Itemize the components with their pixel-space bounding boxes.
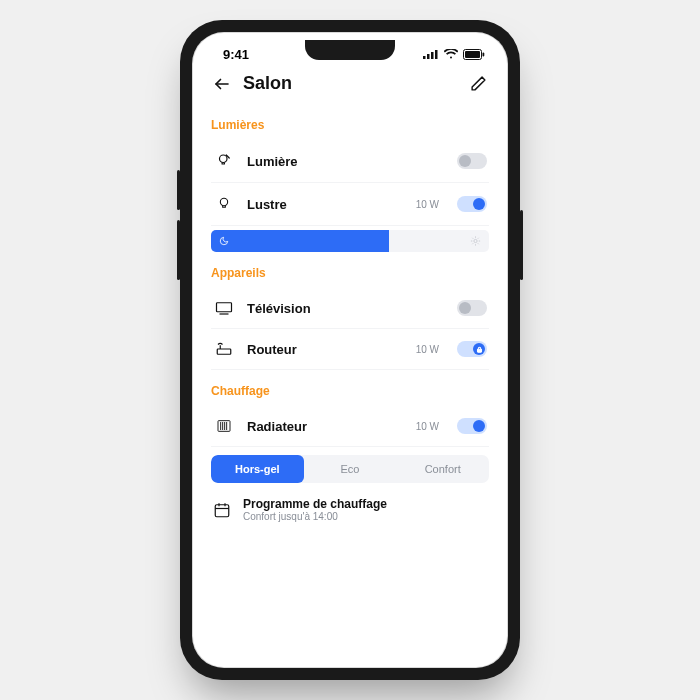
- svg-rect-28: [215, 504, 229, 516]
- svg-rect-0: [423, 56, 426, 59]
- toggle-radiateur[interactable]: [457, 418, 487, 434]
- moon-icon: [219, 236, 229, 246]
- brightness-slider[interactable]: [211, 230, 489, 252]
- calendar-icon: [213, 501, 231, 519]
- device-power: 10 W: [416, 421, 439, 432]
- svg-line-15: [472, 238, 473, 239]
- phone-frame: 9:41 Salon Lumières Lumière: [180, 20, 520, 680]
- section-title-lights: Lumières: [211, 118, 489, 132]
- device-row-television[interactable]: Télévision: [211, 288, 489, 329]
- device-power: 10 W: [416, 199, 439, 210]
- back-icon[interactable]: [213, 75, 231, 93]
- content: Lumières Lumière Lustre 10 W: [193, 104, 507, 667]
- toggle-lustre[interactable]: [457, 196, 487, 212]
- page-title: Salon: [243, 73, 458, 94]
- svg-rect-22: [477, 349, 481, 352]
- mode-confort[interactable]: Confort: [396, 455, 489, 483]
- status-bar: 9:41: [193, 33, 507, 69]
- heating-mode-segmented[interactable]: Hors-gel Eco Confort: [211, 455, 489, 483]
- tv-icon: [213, 301, 235, 315]
- svg-point-10: [474, 239, 477, 242]
- signal-icon: [423, 49, 439, 59]
- device-label: Lumière: [247, 154, 445, 169]
- section-title-devices: Appareils: [211, 266, 489, 280]
- screen: 9:41 Salon Lumières Lumière: [192, 32, 508, 668]
- section-title-heating: Chauffage: [211, 384, 489, 398]
- svg-rect-5: [465, 51, 480, 58]
- status-indicators: [423, 49, 485, 60]
- svg-line-18: [478, 238, 479, 239]
- svg-point-9: [220, 198, 227, 205]
- device-row-radiateur[interactable]: Radiateur 10 W: [211, 406, 489, 447]
- device-power: 10 W: [416, 344, 439, 355]
- mode-eco[interactable]: Eco: [304, 455, 397, 483]
- svg-point-8: [220, 155, 228, 163]
- svg-rect-1: [427, 54, 430, 59]
- svg-rect-6: [483, 52, 485, 56]
- radiator-icon: [213, 418, 235, 434]
- wifi-icon: [444, 49, 458, 59]
- device-row-lumiere[interactable]: Lumière: [211, 140, 489, 183]
- sun-icon: [470, 236, 481, 247]
- bulb-off-icon: [213, 152, 235, 170]
- device-row-routeur[interactable]: Routeur 10 W: [211, 329, 489, 370]
- slider-fill: [211, 230, 389, 252]
- heating-program-row[interactable]: Programme de chauffage Confort jusqu'à 1…: [211, 489, 489, 522]
- mode-hors-gel[interactable]: Hors-gel: [211, 455, 304, 483]
- svg-rect-21: [217, 349, 231, 354]
- device-row-lustre[interactable]: Lustre 10 W: [211, 183, 489, 226]
- program-text: Programme de chauffage Confort jusqu'à 1…: [243, 497, 387, 522]
- device-label: Télévision: [247, 301, 445, 316]
- svg-rect-3: [435, 50, 438, 59]
- bulb-icon: [213, 195, 235, 213]
- edit-icon[interactable]: [470, 75, 487, 92]
- router-icon: [213, 341, 235, 357]
- header: Salon: [193, 69, 507, 104]
- phone-side-button: [177, 220, 180, 280]
- battery-icon: [463, 49, 485, 60]
- device-label: Radiateur: [247, 419, 404, 434]
- svg-line-17: [472, 243, 473, 244]
- phone-side-button: [520, 210, 523, 280]
- svg-rect-19: [217, 303, 232, 312]
- toggle-routeur-locked[interactable]: [457, 341, 487, 357]
- svg-line-16: [478, 243, 479, 244]
- toggle-lumiere[interactable]: [457, 153, 487, 169]
- svg-rect-2: [431, 52, 434, 59]
- program-title: Programme de chauffage: [243, 497, 387, 511]
- svg-rect-23: [218, 421, 230, 432]
- program-subtitle: Confort jusqu'à 14:00: [243, 511, 387, 522]
- device-label: Lustre: [247, 197, 404, 212]
- status-time: 9:41: [223, 47, 249, 62]
- phone-side-button: [177, 170, 180, 210]
- device-label: Routeur: [247, 342, 404, 357]
- lock-icon: [473, 343, 485, 355]
- toggle-television[interactable]: [457, 300, 487, 316]
